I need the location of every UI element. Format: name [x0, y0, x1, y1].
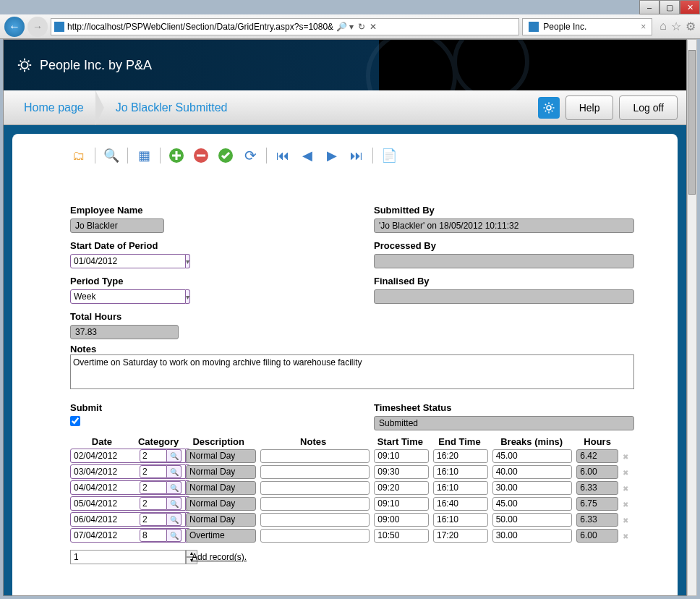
record-count-spinner[interactable]: ▲ ▼	[70, 550, 179, 564]
first-icon[interactable]: ⏮	[274, 147, 291, 164]
search-dropdown-icon[interactable]: 🔎 ▾	[336, 22, 354, 32]
scrollbar-thumb[interactable]	[688, 50, 696, 195]
lookup-icon[interactable]: 🔍	[167, 449, 182, 462]
row-delete-icon[interactable]: ✖	[623, 453, 628, 461]
start-date-input[interactable]	[70, 254, 186, 268]
row-category-input[interactable]	[140, 449, 167, 462]
add-records-link[interactable]: Add record(s).	[192, 552, 247, 562]
submit-checkbox[interactable]	[70, 416, 80, 426]
row-category-picker[interactable]: 🔍	[140, 449, 182, 462]
lookup-icon[interactable]: 🔍	[167, 465, 182, 478]
row-delete-icon[interactable]: ✖	[623, 517, 628, 524]
row-notes-input[interactable]	[260, 529, 370, 543]
settings-gear-icon[interactable]	[538, 97, 560, 119]
row-breaks-input[interactable]	[492, 449, 573, 463]
row-end-input[interactable]	[433, 449, 488, 463]
row-category-input[interactable]	[140, 513, 167, 526]
tab-close-icon[interactable]: ×	[641, 22, 646, 32]
export-icon[interactable]: 📄	[380, 147, 398, 164]
next-icon[interactable]: ▶	[323, 147, 341, 164]
row-delete-icon[interactable]: ✖	[623, 469, 628, 477]
row-start-input[interactable]	[374, 449, 429, 463]
period-type-input[interactable]	[70, 289, 186, 304]
forward-button[interactable]: →	[27, 17, 48, 37]
row-breaks-input[interactable]	[492, 529, 573, 543]
ok-icon[interactable]	[217, 147, 234, 164]
row-category-picker[interactable]: 🔍	[140, 465, 182, 478]
row-category-picker[interactable]: 🔍	[140, 497, 182, 510]
dropdown-icon[interactable]: ▾	[186, 289, 190, 304]
row-category-input[interactable]	[140, 497, 167, 510]
row-date-picker[interactable]: ▾	[70, 480, 135, 495]
row-category-input[interactable]	[140, 481, 167, 494]
start-date-picker[interactable]: ▾	[70, 254, 157, 268]
lookup-icon[interactable]: 🔍	[167, 481, 182, 494]
row-date-picker[interactable]: ▾	[70, 528, 135, 543]
search-icon[interactable]: 🔍	[103, 147, 120, 164]
tools-icon[interactable]: ⚙	[686, 20, 696, 33]
row-start-input[interactable]	[374, 465, 429, 479]
stop-icon[interactable]: ✕	[370, 22, 377, 32]
record-count-input[interactable]	[70, 550, 186, 564]
row-start-input[interactable]	[374, 481, 429, 495]
row-notes-input[interactable]	[260, 449, 370, 463]
lookup-icon[interactable]: 🔍	[167, 529, 182, 542]
row-category-picker[interactable]: 🔍	[140, 529, 182, 542]
row-delete-icon[interactable]: ✖	[623, 501, 628, 509]
dropdown-icon[interactable]: ▾	[186, 254, 190, 268]
vertical-scrollbar[interactable]	[687, 39, 697, 596]
svg-point-1	[368, 40, 455, 90]
row-end-input[interactable]	[433, 497, 488, 511]
row-delete-icon[interactable]: ✖	[623, 532, 628, 540]
row-breaks-input[interactable]	[492, 465, 573, 479]
row-breaks-input[interactable]	[492, 497, 573, 511]
grid-icon[interactable]: ▦	[135, 147, 153, 164]
row-start-input[interactable]	[374, 497, 429, 511]
row-date-picker[interactable]: ▾	[70, 496, 135, 511]
row-start-input[interactable]	[374, 529, 429, 543]
row-notes-input[interactable]	[260, 497, 370, 511]
home-icon[interactable]: ⌂	[660, 20, 667, 33]
help-button[interactable]: Help	[565, 95, 614, 120]
logoff-button[interactable]: Log off	[619, 95, 678, 120]
add-icon[interactable]	[168, 147, 185, 164]
minimize-button[interactable]: –	[639, 0, 660, 14]
last-icon[interactable]: ⏭	[348, 147, 365, 164]
row-notes-input[interactable]	[260, 513, 370, 527]
notes-textarea[interactable]: Overtime on Saturday to work on moving a…	[70, 354, 634, 389]
row-date-picker[interactable]: ▾	[70, 512, 135, 527]
remove-icon[interactable]	[192, 147, 210, 164]
address-bar[interactable]: http://localhost/PSPWebClient/Section/Da…	[51, 18, 519, 35]
row-breaks-input[interactable]	[492, 481, 573, 495]
row-notes-input[interactable]	[260, 481, 370, 495]
row-category-picker[interactable]: 🔍	[140, 481, 182, 494]
breadcrumb-current[interactable]: Jo Blackler Submitted	[104, 101, 239, 114]
row-notes-input[interactable]	[260, 465, 370, 479]
row-category-input[interactable]	[140, 465, 167, 478]
browser-tab[interactable]: People Inc. ×	[522, 18, 652, 35]
row-end-input[interactable]	[433, 465, 488, 479]
period-type-select[interactable]: ▾	[70, 289, 157, 304]
row-delete-icon[interactable]: ✖	[623, 485, 628, 493]
row-end-input[interactable]	[433, 529, 488, 543]
row-date-picker[interactable]: ▾	[70, 464, 135, 479]
prev-icon[interactable]: ◀	[299, 147, 316, 164]
row-end-input[interactable]	[433, 481, 488, 495]
tree-icon[interactable]: 🗂	[70, 147, 88, 164]
breadcrumb-home[interactable]: Home page	[12, 101, 95, 114]
row-start-input[interactable]	[374, 513, 429, 527]
row-date-picker[interactable]: ▾	[70, 449, 135, 463]
lookup-icon[interactable]: 🔍	[167, 513, 182, 526]
table-row: ▾🔍✖	[70, 464, 634, 479]
back-button[interactable]: ←	[4, 17, 25, 37]
row-end-input[interactable]	[433, 513, 488, 527]
close-button[interactable]: ✕	[680, 0, 700, 14]
refresh-icon[interactable]: ↻	[358, 22, 365, 32]
favorites-icon[interactable]: ☆	[671, 20, 681, 33]
maximize-button[interactable]: ▢	[660, 0, 680, 14]
row-breaks-input[interactable]	[492, 513, 573, 527]
row-category-input[interactable]	[140, 529, 167, 542]
refresh-icon[interactable]: ⟳	[242, 147, 259, 164]
lookup-icon[interactable]: 🔍	[167, 497, 182, 510]
row-category-picker[interactable]: 🔍	[140, 513, 182, 526]
